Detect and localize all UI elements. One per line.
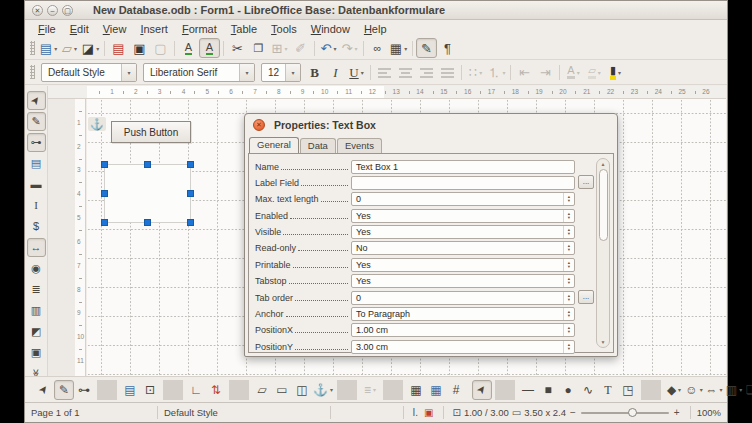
numbered-list-icon[interactable]: ⒈▾ bbox=[486, 62, 507, 82]
spinner-icon[interactable]: ▴▾ bbox=[563, 193, 574, 205]
ellipse-icon[interactable]: ● bbox=[558, 380, 578, 400]
design-mode-icon[interactable]: ✎ bbox=[54, 380, 74, 400]
selection-handle[interactable] bbox=[101, 219, 108, 226]
zoom-thumb[interactable] bbox=[628, 408, 637, 417]
menu-item[interactable]: Window bbox=[304, 22, 357, 36]
clone-formatting-icon[interactable]: ✐ bbox=[290, 38, 311, 58]
scroll-up-icon[interactable]: ▲ bbox=[601, 161, 606, 167]
zoom-track[interactable] bbox=[581, 412, 669, 414]
dropdown-icon[interactable]: ▾ bbox=[700, 386, 703, 393]
bullet-list-icon[interactable]: ∷▾ bbox=[465, 62, 486, 82]
anchor-icon[interactable]: ⚓▾ bbox=[312, 380, 334, 400]
property-input[interactable]: To Paragraph▴▾ bbox=[351, 307, 575, 321]
export-pdf-icon[interactable]: ▤ bbox=[108, 38, 129, 58]
maximize-button[interactable]: ▢ bbox=[62, 5, 73, 16]
print-preview-icon[interactable]: ▢ bbox=[150, 38, 171, 58]
save-icon[interactable]: ◪▾ bbox=[80, 38, 101, 58]
basic-shapes-icon[interactable]: ◆▾ bbox=[664, 380, 684, 400]
dropdown-icon[interactable]: ▾ bbox=[739, 386, 742, 393]
open-icon[interactable]: ▱▾ bbox=[59, 38, 80, 58]
spinner-icon[interactable]: ▴▾ bbox=[563, 210, 574, 222]
menu-item[interactable]: Edit bbox=[63, 22, 96, 36]
spinner-icon[interactable]: ▴▾ bbox=[563, 242, 574, 254]
dropdown-icon[interactable]: ▾ bbox=[284, 45, 287, 52]
scrollbar-thumb[interactable] bbox=[599, 169, 608, 241]
activation-order-icon[interactable]: ⇅ bbox=[206, 380, 226, 400]
document-modified-icon[interactable]: ▣ bbox=[424, 407, 433, 418]
menu-item[interactable]: Table bbox=[224, 22, 264, 36]
property-input[interactable]: No▴▾ bbox=[351, 241, 575, 255]
dialog-close-button[interactable]: ✕ bbox=[253, 119, 265, 131]
page-style[interactable]: Default Style bbox=[164, 407, 324, 418]
selected-text-box-control[interactable] bbox=[104, 164, 191, 223]
print-icon[interactable]: ▣ bbox=[129, 38, 150, 58]
browse-button[interactable]: ... bbox=[578, 175, 594, 189]
property-input[interactable]: 3.00 cm▴▾ bbox=[351, 340, 575, 354]
formatted-field-icon[interactable]: $ bbox=[27, 217, 46, 236]
dialog-tab[interactable]: General bbox=[249, 137, 299, 154]
insert-mode-icon[interactable]: I. bbox=[413, 407, 419, 418]
dropdown-icon[interactable]: ▾ bbox=[502, 69, 505, 76]
dialog-tab[interactable]: Events bbox=[337, 138, 382, 153]
menu-item[interactable]: Format bbox=[175, 22, 224, 36]
minimize-button[interactable]: – bbox=[47, 5, 58, 16]
menu-item[interactable]: Help bbox=[357, 22, 394, 36]
insert-table-icon[interactable]: ▦▾ bbox=[388, 38, 409, 58]
spinner-icon[interactable]: ▴▾ bbox=[563, 308, 574, 320]
paste-icon[interactable]: ⊞▾ bbox=[269, 38, 290, 58]
background-color-icon[interactable]: ▮▾ bbox=[605, 62, 626, 82]
decrease-indent-icon[interactable]: ⇤ bbox=[514, 62, 535, 82]
new-icon[interactable]: ▤▾ bbox=[38, 38, 59, 58]
selection-handle[interactable] bbox=[187, 161, 194, 168]
push-button-icon[interactable]: ▬ bbox=[27, 175, 46, 194]
zoom-slider[interactable]: − + bbox=[570, 407, 680, 418]
dropdown-icon[interactable]: ▾ bbox=[285, 64, 300, 81]
spinner-icon[interactable]: ▴▾ bbox=[563, 259, 574, 271]
toolbar-grip[interactable] bbox=[30, 65, 35, 79]
horizontal-ruler[interactable]: 1 2 3 4 5 6 7 8 9 10 11 12 bbox=[48, 86, 726, 99]
highlight-color-icon[interactable]: ▱▾ bbox=[584, 62, 605, 82]
scroll-down-icon[interactable]: ▼ bbox=[601, 339, 606, 345]
push-button-control[interactable]: Push Button bbox=[111, 121, 191, 143]
menu-item[interactable]: Tools bbox=[264, 22, 304, 36]
symbol-shapes-icon[interactable]: ☺▾ bbox=[684, 380, 704, 400]
dialog-tab[interactable]: Data bbox=[300, 138, 336, 153]
dropdown-icon[interactable]: ▾ bbox=[719, 386, 722, 393]
position-size-icon[interactable]: ∟ bbox=[186, 380, 206, 400]
paragraph-style-combo[interactable]: Default Style ▾ bbox=[41, 63, 137, 82]
close-button[interactable]: ✕ bbox=[32, 5, 43, 16]
property-input[interactable]: 0▴▾ bbox=[351, 291, 575, 305]
text-box-icon[interactable]: T bbox=[598, 380, 618, 400]
snap-to-grid-icon[interactable]: ▦ bbox=[426, 380, 446, 400]
spinner-icon[interactable]: ▴▾ bbox=[563, 292, 574, 304]
toolbar-grip[interactable] bbox=[30, 41, 35, 55]
open-in-design-mode-icon[interactable]: ◫ bbox=[292, 380, 312, 400]
menu-item[interactable]: File bbox=[31, 22, 63, 36]
spinner-icon[interactable]: ▴▾ bbox=[563, 226, 574, 238]
dropdown-icon[interactable]: ▾ bbox=[239, 64, 254, 81]
selection-handle[interactable] bbox=[144, 219, 151, 226]
property-input[interactable]: Yes▴▾ bbox=[351, 225, 575, 239]
dropdown-icon[interactable]: ▾ bbox=[54, 45, 57, 52]
cut-icon[interactable]: ✂ bbox=[227, 38, 248, 58]
select-icon[interactable]: ➤ bbox=[34, 380, 54, 400]
zoom-level[interactable]: 100% bbox=[697, 407, 721, 418]
text-box-icon[interactable]: I bbox=[27, 196, 46, 215]
label-icon[interactable]: ◩ bbox=[27, 322, 46, 341]
selection-handle[interactable] bbox=[101, 161, 108, 168]
control-wizards-icon[interactable]: ⊶ bbox=[74, 380, 94, 400]
insert-hyperlink-icon[interactable]: ∞ bbox=[367, 38, 388, 58]
italic-icon[interactable]: I bbox=[325, 62, 346, 82]
property-input[interactable]: Yes▴▾ bbox=[351, 209, 575, 223]
property-input[interactable]: Yes▴▾ bbox=[351, 274, 575, 288]
form-navigator-icon[interactable]: ▭ bbox=[272, 380, 292, 400]
form-canvas[interactable]: ⚓ Push Button ✕ Properties: Text Box Gen… bbox=[87, 99, 726, 376]
frame-icon[interactable]: ▣ bbox=[27, 343, 46, 362]
combo-box-icon[interactable]: ▥ bbox=[27, 301, 46, 320]
bold-icon[interactable]: B bbox=[304, 62, 325, 82]
dropdown-icon[interactable]: ▾ bbox=[479, 69, 482, 76]
copy-icon[interactable]: ❐ bbox=[248, 38, 269, 58]
callout-icon[interactable]: ◳ bbox=[618, 380, 638, 400]
dropdown-icon[interactable]: ▾ bbox=[354, 45, 357, 52]
underline-icon[interactable]: U▾ bbox=[346, 62, 367, 82]
